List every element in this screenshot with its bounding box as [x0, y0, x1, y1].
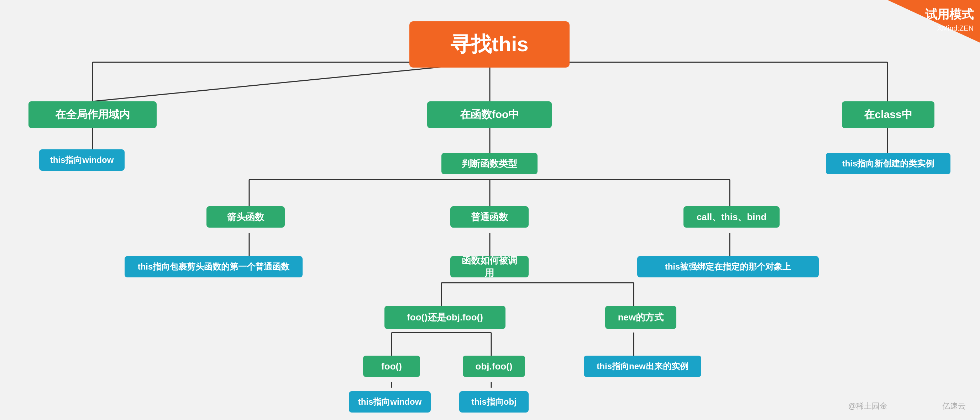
obj-call-node: obj.foo() [463, 356, 525, 377]
foo-or-obj-node: foo()还是obj.foo() [385, 306, 506, 329]
in-foo-node: 在函数foo中 [427, 101, 552, 128]
new-detail-node: this指向new出来的实例 [584, 356, 701, 377]
call-bind-node: call、this、bind [684, 206, 780, 228]
svg-line-0 [92, 62, 490, 101]
arrow-node: 箭头函数 [207, 206, 285, 228]
global-node: 在全局作用域内 [29, 101, 157, 128]
trial-text: 试用模式 XMind:ZEN [925, 6, 974, 32]
watermark-left: @稀土园金 [848, 401, 888, 412]
canvas: 寻找this 在全局作用域内 this指向window 在函数foo中 判断函数… [0, 0, 980, 420]
root-node: 寻找this [409, 21, 570, 68]
in-class-node: 在class中 [842, 101, 934, 128]
obj-detail-node: this指向obj [459, 391, 529, 412]
foo-detail-node: this指向window [349, 391, 431, 412]
foo-call-node: foo() [363, 356, 420, 377]
judge-type-node: 判断函数类型 [441, 153, 538, 174]
trial-main-label: 试用模式 [925, 6, 974, 23]
new-way-node: new的方式 [605, 306, 676, 329]
global-detail-node: this指向window [39, 149, 124, 171]
arrow-detail-node: this指向包裹剪头函数的第一个普通函数 [124, 256, 302, 277]
class-detail-node: this指向新创建的类实例 [826, 153, 950, 174]
watermark-right: 亿速云 [942, 401, 966, 412]
normal-node: 普通函数 [450, 206, 529, 228]
how-called-node: 函数如何被调用 [450, 256, 529, 277]
trial-badge: 试用模式 XMind:ZEN [888, 0, 980, 43]
trial-sub-label: XMind:ZEN [925, 24, 974, 32]
call-detail-node: this被强绑定在指定的那个对象上 [637, 256, 819, 277]
